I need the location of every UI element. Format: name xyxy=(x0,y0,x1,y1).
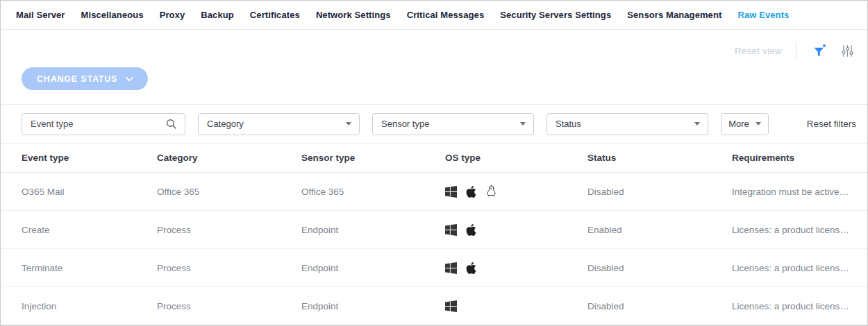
table-row[interactable]: Create Process Endpoint Enabled Licenses… xyxy=(1,211,867,249)
cell-os-type xyxy=(445,300,587,312)
cell-event-type: Injection xyxy=(22,301,157,311)
change-status-button[interactable]: CHANGE STATUS xyxy=(22,67,148,90)
view-toolbar: Reset view xyxy=(1,30,867,59)
cell-requirements: Licenses: a product license tha... xyxy=(732,301,858,311)
event-type-search-input[interactable] xyxy=(31,119,165,129)
status-dropdown-label: Status xyxy=(556,119,581,129)
tab-critical-messages[interactable]: Critical Messages xyxy=(407,10,485,20)
toolbar-divider xyxy=(796,42,796,59)
raw-events-table: Event type Category Sensor type OS type … xyxy=(1,144,867,325)
cell-sensor-type: Endpoint xyxy=(301,263,445,273)
table-header-row: Event type Category Sensor type OS type … xyxy=(1,144,867,173)
cell-category: Process xyxy=(157,301,301,311)
event-type-search-field[interactable] xyxy=(22,113,185,135)
status-dropdown[interactable]: Status xyxy=(546,113,708,135)
windows-icon xyxy=(445,262,457,274)
cell-event-type: Terminate xyxy=(22,263,157,273)
category-dropdown-label: Category xyxy=(207,119,244,129)
table-row[interactable]: O365 Mail Office 365 Office 365 xyxy=(1,173,867,211)
cell-os-type xyxy=(445,223,587,237)
cell-status: Disabled xyxy=(587,301,732,311)
cell-requirements: Licenses: a product license tha... xyxy=(732,263,858,273)
column-header-requirements: Requirements xyxy=(732,153,858,163)
chevron-down-icon xyxy=(125,76,134,82)
view-settings-button[interactable] xyxy=(838,42,856,60)
filter-toggle-button[interactable] xyxy=(810,42,828,60)
cell-category: Process xyxy=(157,225,301,235)
linux-icon xyxy=(485,185,497,198)
cell-os-type xyxy=(445,261,587,275)
funnel-icon xyxy=(813,44,826,58)
cell-sensor-type: Endpoint xyxy=(301,301,445,311)
cell-status: Enabled xyxy=(587,225,732,235)
tab-certificates[interactable]: Certificates xyxy=(250,10,300,20)
change-status-label: CHANGE STATUS xyxy=(37,74,117,84)
sensor-type-dropdown[interactable]: Sensor type xyxy=(372,113,534,135)
caret-down-icon xyxy=(520,122,526,126)
settings-page: Mail Server Miscellaneous Proxy Backup C… xyxy=(0,0,868,326)
column-header-sensor-type: Sensor type xyxy=(301,153,445,163)
cell-sensor-type: Endpoint xyxy=(301,225,445,235)
windows-icon xyxy=(445,186,457,198)
reset-view-button[interactable]: Reset view xyxy=(735,46,782,56)
caret-down-icon xyxy=(694,122,700,126)
reset-filters-button[interactable]: Reset filters xyxy=(807,119,856,129)
filter-bar: Category Sensor type Status More Reset f… xyxy=(1,104,867,144)
sensor-type-dropdown-label: Sensor type xyxy=(381,119,429,129)
cell-category: Process xyxy=(157,263,301,273)
cell-status: Disabled xyxy=(587,187,732,197)
column-header-category: Category xyxy=(157,153,301,163)
tab-security-servers-settings[interactable]: Security Servers Settings xyxy=(500,10,611,20)
tab-backup[interactable]: Backup xyxy=(201,10,234,20)
settings-tabbar: Mail Server Miscellaneous Proxy Backup C… xyxy=(1,1,867,30)
windows-icon xyxy=(445,300,457,312)
tab-sensors-management[interactable]: Sensors Management xyxy=(627,10,721,20)
search-icon xyxy=(165,118,177,130)
cell-event-type: Create xyxy=(22,225,157,235)
sliders-icon xyxy=(841,44,854,58)
tab-raw-events[interactable]: Raw Events xyxy=(737,10,789,20)
windows-icon xyxy=(445,224,457,236)
cell-category: Office 365 xyxy=(157,187,301,197)
tab-proxy[interactable]: Proxy xyxy=(160,10,185,20)
tab-mail-server[interactable]: Mail Server xyxy=(16,10,65,20)
cell-requirements: Integration must be active in S... xyxy=(732,187,858,197)
cell-os-type xyxy=(445,185,587,198)
apple-icon xyxy=(465,223,477,237)
apple-icon xyxy=(465,185,477,198)
tab-network-settings[interactable]: Network Settings xyxy=(316,10,391,20)
more-filters-dropdown[interactable]: More xyxy=(721,113,769,135)
cell-sensor-type: Office 365 xyxy=(301,187,445,197)
caret-down-icon xyxy=(756,122,761,126)
column-header-os-type: OS type xyxy=(445,153,587,163)
apple-icon xyxy=(465,261,477,275)
table-row[interactable]: Injection Process Endpoint Disabled Lice… xyxy=(1,287,867,325)
cell-requirements: Licenses: a product license tha... xyxy=(732,225,858,235)
action-row: CHANGE STATUS xyxy=(22,67,867,90)
caret-down-icon xyxy=(346,122,351,126)
cell-event-type: O365 Mail xyxy=(22,187,157,197)
more-filters-label: More xyxy=(728,119,749,129)
category-dropdown[interactable]: Category xyxy=(198,113,360,135)
table-row[interactable]: Terminate Process Endpoint Disabled Lice… xyxy=(1,249,867,287)
tab-miscellaneous[interactable]: Miscellaneous xyxy=(81,10,143,20)
column-header-status: Status xyxy=(587,153,732,163)
column-header-event-type: Event type xyxy=(22,153,157,163)
cell-status: Disabled xyxy=(587,263,732,273)
